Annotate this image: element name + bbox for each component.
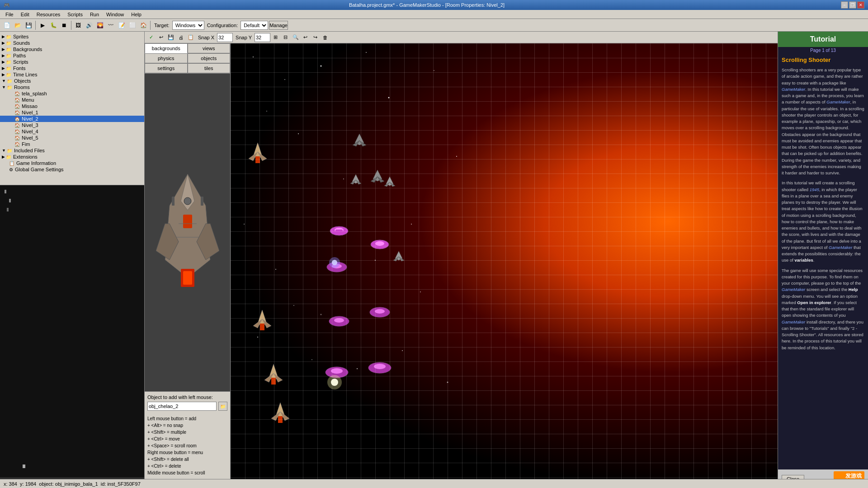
debug-button[interactable]: 🐛 [48,20,58,30]
sidebar-item-objects[interactable]: ▼ 📁 Objects [0,78,144,84]
timelines-expand[interactable]: ▶ [2,72,5,77]
confirm-button[interactable]: ✓ [146,33,156,42]
tab-backgrounds[interactable]: backgrounds [145,43,188,53]
open-button[interactable]: 📂 [13,20,23,30]
menu-resources[interactable]: Resources [33,11,64,18]
backgrounds-button[interactable]: 🌄 [95,20,105,30]
sidebar-item-timelines[interactable]: ▶ 📁 Time Lines [0,71,144,78]
sidebar-item-nivel1[interactable]: 🏠 Nivel_1 [0,109,144,116]
redo-button[interactable]: ↪ [311,33,320,42]
sounds-button[interactable]: 🔊 [84,20,94,30]
tab-objects[interactable]: objects [188,53,231,63]
sidebar-item-global-settings[interactable]: ⚙ Global Game Settings [0,166,144,173]
extensions-expand[interactable]: ▶ [2,155,5,159]
paths-expand[interactable]: ▶ [2,53,5,58]
run-button[interactable]: ▶ [38,20,47,30]
sidebar-item-menu[interactable]: 🏠 Menu [0,97,144,103]
snap-y-input[interactable] [255,33,270,42]
minimize-button[interactable]: − [841,1,848,9]
sidebar-item-fonts[interactable]: ▶ 📁 Fonts [0,65,144,71]
save-button[interactable]: 💾 [24,20,33,30]
included-expand[interactable]: ▼ [2,148,6,153]
objects-expand[interactable]: ▼ [2,79,6,83]
instruction-1: Left mouse button = add [147,416,227,422]
snap-x-input[interactable] [217,33,233,42]
menu-file[interactable]: File [2,11,17,18]
game-canvas[interactable] [231,43,778,488]
menu-scripts[interactable]: Scripts [64,11,86,18]
menu-help[interactable]: Help [127,11,145,18]
back-button[interactable]: ↩ [156,33,165,42]
save-room-button[interactable]: 💾 [166,33,175,42]
sidebar-item-scripts[interactable]: ▶ 📁 Scripts [0,59,144,65]
sidebar-item-game-information[interactable]: 📋 Game Information [0,160,144,166]
menu-window[interactable]: Window [103,11,127,18]
fonts-expand[interactable]: ▶ [2,66,5,70]
sidebar-item-missao[interactable]: 🏠 Missao [0,103,144,109]
grid2-toggle[interactable]: ⊟ [281,33,290,42]
scripts-tool-button[interactable]: 📝 [117,20,127,30]
room-icon-nivel2: 🏠 [14,117,20,122]
undo-button[interactable]: ↩ [301,33,310,42]
sidebar-item-nivel5[interactable]: 🏠 Nivel_5 [0,135,144,141]
tab-tiles[interactable]: tiles [188,63,231,73]
sidebar-item-fim[interactable]: 🏠 Fim [0,141,144,147]
scripts-expand[interactable]: ▶ [2,60,5,64]
rooms-folder-icon: 📁 [7,85,12,90]
sidebar-item-tela-splash[interactable]: 🏠 tela_splash [0,90,144,97]
instruction-6: Right mouse button = menu [147,450,227,456]
tab-views[interactable]: views [188,43,231,53]
clear-button[interactable]: 🗑 [321,33,330,42]
config-combo[interactable]: Default [241,21,268,30]
tela-splash-label: tela_splash [22,91,47,96]
menu-run[interactable]: Run [86,11,103,18]
object-browse-button[interactable]: 📁 [218,402,227,411]
sidebar-item-sounds[interactable]: ▶ 📁 Sounds [0,40,144,46]
extensions-label: Extensions [13,154,38,160]
objects-button[interactable]: ⬜ [127,20,137,30]
room-icon-missao: 🏠 [14,104,20,109]
copy-button[interactable]: 📋 [186,33,195,42]
sidebar-item-extensions[interactable]: ▶ 📁 Extensions [0,154,144,160]
rooms-button[interactable]: 🏠 [138,20,148,30]
sidebar-item-sprites[interactable]: ▶ 📁 Sprites [0,33,144,40]
sprites-button[interactable]: 🖼 [73,20,83,30]
sidebar-item-nivel2[interactable]: 🏠 Nivel_2 [0,116,144,122]
sidebar-item-paths[interactable]: ▶ 📁 Paths [0,52,144,59]
tab-physics[interactable]: physics [145,53,188,63]
project-tree: ▶ 📁 Sprites ▶ 📁 Sounds ▶ 📁 Backgrounds ▶… [0,32,144,185]
sounds-expand[interactable]: ▶ [2,41,5,45]
manage-button[interactable]: Manage [269,21,288,30]
titlebar-controls: − ❐ ✕ [841,1,864,9]
stop-button[interactable]: ⏹ [59,20,69,30]
backgrounds-expand[interactable]: ▶ [2,47,5,52]
sidebar-item-nivel4[interactable]: 🏠 Nivel_4 [0,128,144,135]
fonts-folder-icon: 📁 [6,66,11,71]
target-combo[interactable]: Windows [172,21,204,30]
svg-point-52 [334,318,344,323]
close-button[interactable]: ✕ [857,1,864,9]
nivel2-label: Nivel_2 [22,116,38,122]
zoom-in[interactable]: 🔍 [291,33,300,42]
restore-button[interactable]: ❐ [849,1,856,9]
paths-button[interactable]: 〰 [106,20,116,30]
rooms-expand[interactable]: ▼ [2,85,6,89]
sidebar-item-backgrounds[interactable]: ▶ 📁 Backgrounds [0,46,144,52]
timelines-folder-icon: 📁 [6,72,11,77]
new-button[interactable]: 📄 [2,20,12,30]
statusbar: x: 384 y: 1984 object: obj_inimigo_bala_… [0,479,868,488]
timelines-label: Time Lines [13,72,37,77]
sidebar-item-included-files[interactable]: ▼ 📁 Included Files [0,147,144,154]
sidebar-item-nivel3[interactable]: 🏠 Nivel_3 [0,122,144,128]
svg-point-54 [375,309,385,314]
print-button[interactable]: 🖨 [176,33,185,42]
object-input[interactable] [147,402,217,411]
svg-point-7 [184,197,191,205]
menu-edit[interactable]: Edit [17,11,33,18]
scripts-label: Scripts [13,59,28,65]
sprites-expand[interactable]: ▶ [2,34,5,39]
extensions-folder-icon: 📁 [6,155,11,160]
grid-toggle[interactable]: ⊞ [271,33,280,42]
tab-settings[interactable]: settings [145,63,188,73]
sidebar-item-rooms[interactable]: ▼ 📁 Rooms [0,84,144,90]
